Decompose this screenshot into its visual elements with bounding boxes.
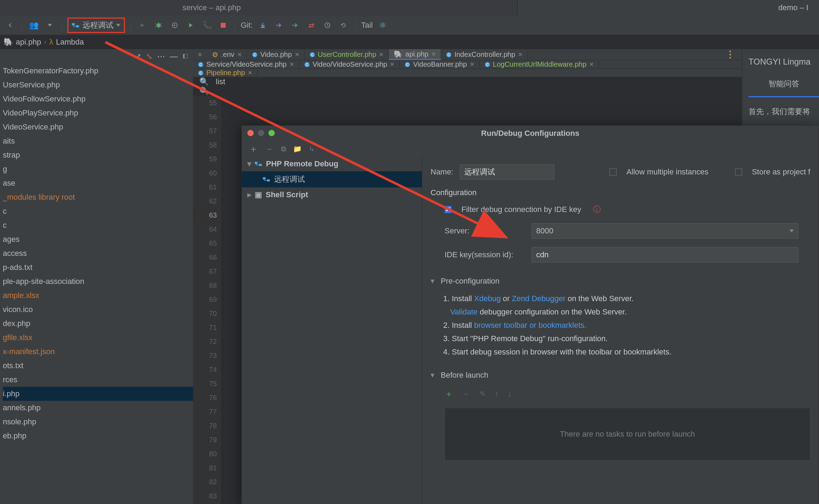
- tree-item[interactable]: p-ads.txt: [3, 260, 193, 274]
- zend-link[interactable]: Zend Debugger: [512, 294, 566, 303]
- tree-item[interactable]: i.php: [3, 387, 193, 401]
- close-tab-button[interactable]: ✕: [390, 61, 394, 68]
- tree-item[interactable]: aits: [3, 134, 193, 148]
- tree-item[interactable]: dex.php: [3, 317, 193, 331]
- tab-settings-icon[interactable]: ⚙: [193, 52, 207, 57]
- editor-tab[interactable]: CUserController.php✕: [305, 49, 389, 60]
- tree-item[interactable]: ots.txt: [3, 359, 193, 373]
- git-pull-button[interactable]: [257, 19, 269, 31]
- tree-item[interactable]: annels.php: [3, 401, 193, 415]
- tab-overflow-button[interactable]: ⋮: [726, 49, 742, 60]
- presentation-button[interactable]: 👥: [28, 19, 40, 31]
- minimize-icon[interactable]: —: [170, 52, 178, 61]
- close-tab-button[interactable]: ✕: [518, 51, 522, 58]
- editor-tab[interactable]: CVideoBanner.php✕: [400, 60, 479, 68]
- close-tab-button[interactable]: ✕: [237, 51, 242, 58]
- tree-item[interactable]: gfile.xlsx: [3, 331, 193, 345]
- folder-config-button[interactable]: 📁: [293, 145, 302, 153]
- name-input[interactable]: [460, 164, 554, 180]
- search-icon-2[interactable]: 🔍: [199, 87, 209, 96]
- git-push-button[interactable]: [273, 19, 285, 31]
- search-icon[interactable]: 🔍: [199, 77, 209, 86]
- collapse-icon[interactable]: ⤡: [146, 52, 152, 61]
- tree-item[interactable]: VideoPlayService.php: [3, 106, 193, 120]
- tree-item[interactable]: ample.xlsx: [3, 289, 193, 303]
- editor-tab[interactable]: CVideo/VideoService.php✕: [299, 60, 400, 68]
- add-config-button[interactable]: ＋: [249, 143, 258, 155]
- editor-tab[interactable]: 🐘api.php✕: [389, 49, 441, 60]
- run-config-selector[interactable]: 远程调试: [67, 18, 125, 33]
- run-green-button[interactable]: [185, 19, 197, 31]
- tree-item[interactable]: ase: [3, 176, 193, 190]
- close-tab-button[interactable]: ✕: [248, 69, 252, 76]
- more-icon[interactable]: ⋯: [157, 52, 165, 61]
- copy-config-button[interactable]: ⧉: [281, 145, 286, 153]
- config-group-php-remote[interactable]: ▾ PHP Remote Debug: [242, 157, 422, 171]
- tree-item[interactable]: nsole.php: [3, 415, 193, 429]
- close-tab-button[interactable]: ✕: [379, 51, 384, 58]
- store-as-project-checkbox[interactable]: [735, 168, 742, 175]
- editor-tab[interactable]: CVideo.php✕: [247, 49, 305, 60]
- git-rollback-button[interactable]: [338, 19, 349, 31]
- editor-tab[interactable]: ⚙.env✕: [207, 49, 247, 60]
- server-dropdown[interactable]: 8000: [532, 223, 798, 239]
- edit-config-button[interactable]: ↳: [309, 145, 315, 153]
- close-tab-button[interactable]: ✕: [589, 61, 594, 68]
- editor-tab[interactable]: CLogCurrentUrlMiddleware.php✕: [480, 60, 599, 68]
- tree-item[interactable]: g: [3, 162, 193, 176]
- atom-button[interactable]: ⚛: [377, 19, 389, 31]
- add-task-button[interactable]: ＋: [445, 388, 453, 399]
- search-input[interactable]: list: [216, 77, 225, 86]
- close-tab-button[interactable]: ✕: [470, 61, 474, 68]
- allow-multiple-checkbox[interactable]: [610, 168, 617, 175]
- tree-item[interactable]: VideoFollowService.php: [3, 92, 193, 106]
- tree-item[interactable]: ages: [3, 232, 193, 246]
- validate-link[interactable]: Validate: [450, 307, 478, 316]
- breadcrumb-file[interactable]: api.php: [16, 38, 41, 47]
- tongyi-tab-qa[interactable]: 智能问答: [748, 72, 819, 97]
- back-button[interactable]: [4, 19, 16, 31]
- tree-item[interactable]: _modules library root: [3, 190, 193, 204]
- git-compare-button[interactable]: ⇄: [305, 19, 317, 31]
- git-fetch-button[interactable]: [289, 19, 301, 31]
- config-item-remote-debug[interactable]: 远程调试: [242, 171, 422, 187]
- coverage-button[interactable]: [169, 19, 181, 31]
- tongyi-title[interactable]: TONGYI Lingma: [748, 52, 819, 72]
- expand-icon[interactable]: ⤢: [135, 52, 141, 61]
- git-history-button[interactable]: [321, 19, 333, 31]
- editor-tab[interactable]: CPipeline.php✕: [193, 69, 258, 77]
- browser-toolbar-link[interactable]: browser toolbar or bookmarklets.: [474, 321, 586, 330]
- project-tree[interactable]: TokenGeneratorFactory.phpUserService.php…: [0, 64, 193, 443]
- gutter[interactable]: 5556575859606162636465666768697071727374…: [193, 96, 221, 504]
- tree-item[interactable]: VideoService.php: [3, 120, 193, 134]
- tree-item[interactable]: eb.php: [3, 429, 193, 443]
- tree-item[interactable]: x-manifest.json: [3, 345, 193, 359]
- filter-ide-key-checkbox[interactable]: ✓: [445, 206, 452, 213]
- tree-item[interactable]: c: [3, 218, 193, 232]
- hide-icon[interactable]: [182, 52, 188, 61]
- close-window-button[interactable]: [247, 130, 254, 136]
- tree-item[interactable]: rces: [3, 373, 193, 387]
- debug-button[interactable]: [153, 19, 165, 31]
- tree-item[interactable]: ple-app-site-association: [3, 274, 193, 289]
- chevron-down-icon[interactable]: ▾: [431, 371, 434, 380]
- idekey-input[interactable]: [532, 247, 798, 263]
- close-tab-button[interactable]: ✕: [289, 61, 294, 68]
- minimize-window-button[interactable]: [258, 130, 264, 136]
- presentation-dropdown[interactable]: [44, 19, 56, 31]
- breadcrumb-symbol[interactable]: Lambda: [56, 38, 84, 47]
- tree-item[interactable]: vicon.ico: [3, 303, 193, 317]
- tree-item[interactable]: c: [3, 204, 193, 218]
- config-group-shell[interactable]: ▸ ▣ Shell Script: [242, 187, 422, 202]
- zoom-window-button[interactable]: [268, 130, 275, 136]
- help-icon[interactable]: ⓘ: [593, 204, 601, 215]
- xdebug-link[interactable]: Xdebug: [474, 294, 501, 303]
- editor-tab[interactable]: CIndexController.php✕: [441, 49, 528, 60]
- editor-tab[interactable]: CService/VideoService.php✕: [193, 60, 299, 68]
- remove-config-button[interactable]: －: [265, 143, 274, 155]
- close-tab-button[interactable]: ✕: [295, 51, 299, 58]
- tree-item[interactable]: access: [3, 246, 193, 260]
- close-tab-button[interactable]: ✕: [431, 51, 436, 58]
- tree-item[interactable]: UserService.php: [3, 78, 193, 92]
- phone-button[interactable]: 📞: [201, 19, 213, 31]
